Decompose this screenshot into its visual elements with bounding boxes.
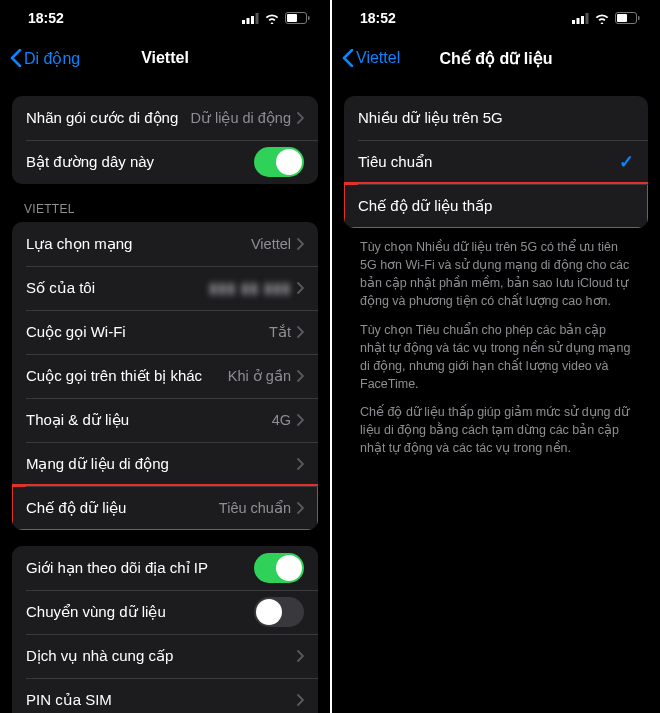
row-label: Tiêu chuẩn xyxy=(358,153,619,171)
status-time: 18:52 xyxy=(28,10,64,26)
row-data-mode[interactable]: Chế độ dữ liệu Tiêu chuẩn xyxy=(12,486,318,530)
svg-rect-12 xyxy=(617,14,627,22)
group-viettel: Lựa chọn mạng Viettel Số của tôi ▮▮▮ ▮▮ … xyxy=(12,222,318,530)
chevron-right-icon xyxy=(297,236,304,253)
row-label: Thoại & dữ liệu xyxy=(26,411,272,429)
row-value: Khi ở gần xyxy=(228,368,291,384)
row-label: Giới hạn theo dõi địa chỉ IP xyxy=(26,559,254,577)
back-label: Viettel xyxy=(356,49,400,67)
svg-rect-9 xyxy=(581,16,584,24)
settings-content[interactable]: Nhãn gói cước di động Dữ liệu di động Bậ… xyxy=(0,80,330,713)
row-sim-pin[interactable]: PIN của SIM xyxy=(12,678,318,713)
phone-left: 18:52 Di động Viettel Nhãn gói cước di đ… xyxy=(0,0,330,713)
nav-bar: Di động Viettel xyxy=(0,36,330,80)
row-carrier-services[interactable]: Dịch vụ nhà cung cấp xyxy=(12,634,318,678)
svg-rect-5 xyxy=(287,14,297,22)
settings-content[interactable]: Nhiều dữ liệu trên 5G Tiêu chuẩn ✓ Chế đ… xyxy=(332,80,660,713)
row-label: Nhãn gói cước di động xyxy=(26,109,190,127)
chevron-right-icon xyxy=(297,280,304,297)
status-time: 18:52 xyxy=(360,10,396,26)
row-label: Chế độ dữ liệu thấp xyxy=(358,197,634,215)
row-value: Viettel xyxy=(251,236,291,252)
back-button[interactable]: Di động xyxy=(10,49,80,68)
svg-rect-7 xyxy=(572,20,575,24)
chevron-right-icon xyxy=(297,110,304,127)
svg-rect-6 xyxy=(308,16,310,20)
row-value: Tắt xyxy=(269,324,291,340)
desc-low-data: Chế độ dữ liệu thấp giúp giảm mức sử dụn… xyxy=(344,393,648,457)
option-standard[interactable]: Tiêu chuẩn ✓ xyxy=(344,140,648,184)
chevron-right-icon xyxy=(297,368,304,385)
toggle-limit-ip[interactable] xyxy=(254,553,304,583)
group-line: Nhãn gói cước di động Dữ liệu di động Bậ… xyxy=(12,96,318,184)
chevron-left-icon xyxy=(10,49,22,67)
battery-icon xyxy=(615,12,640,24)
nav-bar: Viettel Chế độ dữ liệu xyxy=(332,36,660,80)
status-bar: 18:52 xyxy=(332,0,660,36)
toggle-roaming[interactable] xyxy=(254,597,304,627)
row-label: Cuộc gọi Wi-Fi xyxy=(26,323,269,341)
back-label: Di động xyxy=(24,49,80,68)
svg-rect-10 xyxy=(586,13,589,24)
row-wifi-calling[interactable]: Cuộc gọi Wi-Fi Tắt xyxy=(12,310,318,354)
row-voice-data[interactable]: Thoại & dữ liệu 4G xyxy=(12,398,318,442)
row-other-devices[interactable]: Cuộc gọi trên thiết bị khác Khi ở gần xyxy=(12,354,318,398)
row-network-selection[interactable]: Lựa chọn mạng Viettel xyxy=(12,222,318,266)
row-label: Mạng dữ liệu di động xyxy=(26,455,297,473)
wifi-icon xyxy=(594,13,610,24)
svg-rect-3 xyxy=(256,13,259,24)
chevron-right-icon xyxy=(297,412,304,429)
row-value: 4G xyxy=(272,412,291,428)
row-label: PIN của SIM xyxy=(26,691,297,709)
signal-icon xyxy=(242,13,259,24)
group-header-viettel: VIETTEL xyxy=(12,184,318,222)
row-turn-on-line: Bật đường dây này xyxy=(12,140,318,184)
row-data-roaming: Chuyển vùng dữ liệu xyxy=(12,590,318,634)
chevron-right-icon xyxy=(297,648,304,665)
svg-rect-13 xyxy=(638,16,640,20)
row-value: ▮▮▮ ▮▮ ▮▮▮ xyxy=(209,280,291,296)
group-other: Giới hạn theo dõi địa chỉ IP Chuyển vùng… xyxy=(12,546,318,713)
row-label: Lựa chọn mạng xyxy=(26,235,251,253)
chevron-right-icon xyxy=(297,692,304,709)
row-label: Chuyển vùng dữ liệu xyxy=(26,603,254,621)
battery-icon xyxy=(285,12,310,24)
row-value: Tiêu chuẩn xyxy=(219,500,291,516)
status-icons xyxy=(572,12,640,24)
checkmark-icon: ✓ xyxy=(619,151,634,173)
wifi-icon xyxy=(264,13,280,24)
phone-right: 18:52 Viettel Chế độ dữ liệu Nhiều dữ li… xyxy=(330,0,660,713)
nav-title: Chế độ dữ liệu xyxy=(440,49,553,68)
row-cellular-data-network[interactable]: Mạng dữ liệu di động xyxy=(12,442,318,486)
status-icons xyxy=(242,12,310,24)
row-my-number[interactable]: Số của tôi ▮▮▮ ▮▮ ▮▮▮ xyxy=(12,266,318,310)
chevron-right-icon xyxy=(297,324,304,341)
row-cellular-plan-label[interactable]: Nhãn gói cước di động Dữ liệu di động xyxy=(12,96,318,140)
status-bar: 18:52 xyxy=(0,0,330,36)
chevron-right-icon xyxy=(297,456,304,473)
signal-icon xyxy=(572,13,589,24)
row-label: Nhiều dữ liệu trên 5G xyxy=(358,109,634,127)
toggle-line[interactable] xyxy=(254,147,304,177)
row-label: Cuộc gọi trên thiết bị khác xyxy=(26,367,228,385)
row-label: Số của tôi xyxy=(26,279,209,297)
svg-rect-2 xyxy=(251,16,254,24)
option-more-data-5g[interactable]: Nhiều dữ liệu trên 5G xyxy=(344,96,648,140)
group-mode-options: Nhiều dữ liệu trên 5G Tiêu chuẩn ✓ Chế đ… xyxy=(344,96,648,228)
option-low-data[interactable]: Chế độ dữ liệu thấp xyxy=(344,184,648,228)
svg-rect-8 xyxy=(577,18,580,24)
nav-title: Viettel xyxy=(141,49,189,67)
row-label: Bật đường dây này xyxy=(26,153,254,171)
row-limit-ip: Giới hạn theo dõi địa chỉ IP xyxy=(12,546,318,590)
row-value: Dữ liệu di động xyxy=(190,110,291,126)
svg-rect-0 xyxy=(242,20,245,24)
svg-rect-1 xyxy=(247,18,250,24)
desc-standard: Tùy chọn Tiêu chuẩn cho phép các bản cập… xyxy=(344,311,648,394)
chevron-left-icon xyxy=(342,49,354,67)
row-label: Dịch vụ nhà cung cấp xyxy=(26,647,297,665)
chevron-right-icon xyxy=(297,500,304,517)
back-button[interactable]: Viettel xyxy=(342,49,400,67)
row-label: Chế độ dữ liệu xyxy=(26,499,219,517)
desc-more-data: Tùy chọn Nhiều dữ liệu trên 5G có thể ưu… xyxy=(344,228,648,311)
